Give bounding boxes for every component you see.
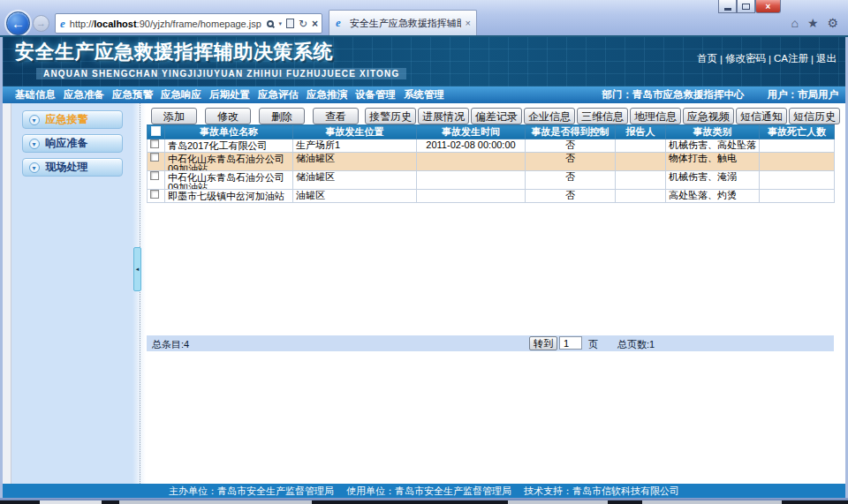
emergency-video-button[interactable]: 应急视频	[683, 108, 734, 124]
menu-item-emergency-drill[interactable]: 应急推演	[307, 88, 347, 102]
total-items-label: 总条目:4	[152, 338, 189, 351]
address-bar[interactable]: e http://localhost:90/yjzh/frame/homepag…	[55, 13, 322, 34]
main-menu-bar: 基础信息 应急准备 应急预警 应急响应 后期处置 应急评估 应急推演 设备管理 …	[3, 87, 845, 103]
table-row[interactable]: 即墨市七级镇中岔河加油站 油罐区 否 高处坠落、灼烫	[148, 190, 835, 203]
menu-item-emergency-prep[interactable]: 应急准备	[64, 88, 104, 102]
chevron-down-icon: ▾	[29, 115, 40, 125]
search-icon[interactable]	[267, 20, 274, 27]
browser-chrome: ← → e http://localhost:90/yjzh/frame/hom…	[0, 0, 848, 35]
taskbar-button[interactable]	[642, 500, 782, 504]
cell-controlled: 否	[526, 190, 616, 203]
favorites-star-icon[interactable]: ★	[807, 16, 819, 30]
refresh-icon[interactable]: ↻	[299, 19, 307, 29]
edit-button[interactable]: 修改	[205, 108, 251, 124]
progress-button[interactable]: 进展情况	[418, 108, 469, 124]
cell-location: 油罐区	[293, 190, 417, 203]
browser-tab[interactable]: e 安全生产应急救援指挥辅助... ×	[329, 10, 477, 35]
table-row[interactable]: 中石化山东青岛石油分公司09加油站 储油罐区 否 机械伤害、淹溺	[148, 171, 835, 190]
minimize-button[interactable]	[718, 0, 737, 13]
enterprise-info-button[interactable]: 企业信息	[524, 108, 575, 124]
menu-item-system-management[interactable]: 系统管理	[404, 88, 444, 102]
table-row[interactable]: 中石化山东青岛石油分公司09加油站 储油罐区 否 物体打击、触电	[148, 153, 835, 171]
tab-title: 安全生产应急救援指挥辅助...	[350, 17, 461, 30]
maximize-button[interactable]	[737, 0, 755, 13]
sidebar-item-scene-handling[interactable]: ▾ 现场处理	[22, 158, 123, 177]
sidebar-item-response-prep[interactable]: ▾ 响应准备	[22, 134, 123, 153]
link-change-password[interactable]: 修改密码	[725, 52, 766, 65]
cell-unit: 即墨市七级镇中岔河加油站	[165, 190, 293, 203]
col-header-deaths: 事故死亡人数	[760, 125, 835, 139]
cell-reporter	[616, 153, 666, 171]
select-all-checkbox[interactable]	[151, 126, 161, 136]
cell-unit: 中石化山东青岛石油分公司09加油站	[165, 153, 293, 171]
url-scheme: http://	[70, 19, 95, 29]
cell-deaths	[760, 171, 835, 190]
page-body: ▾ 应急接警 ▾ 响应准备 ▾ 现场处理 ◄ 添加 修改 删除 查	[3, 103, 845, 484]
row-checkbox[interactable]	[150, 139, 159, 148]
cell-time: 2011-02-08 00:00:00	[417, 139, 526, 153]
alarm-history-button[interactable]: 接警历史	[365, 108, 416, 124]
settings-gear-icon[interactable]: ⚙	[827, 16, 838, 30]
col-header-unit: 事故单位名称	[165, 125, 293, 139]
url-path: :90/yjzh/frame/homepage.jsp	[137, 19, 261, 29]
minimize-icon	[724, 8, 731, 11]
cell-category: 机械伤害、淹溺	[666, 171, 760, 190]
chevron-down-icon: ▾	[29, 139, 40, 149]
goto-page-button[interactable]: 转到	[529, 336, 557, 350]
menu-item-emergency-response[interactable]: 应急响应	[161, 88, 201, 102]
cell-reporter	[616, 190, 666, 203]
taskbar-button[interactable]	[40, 500, 102, 504]
col-header-category: 事故类别	[666, 125, 760, 139]
search-dropdown-icon[interactable]: ▾	[278, 20, 282, 27]
url-host: localhost	[94, 19, 136, 29]
tab-close-icon[interactable]: ×	[466, 18, 471, 28]
stop-icon[interactable]: ×	[312, 19, 318, 29]
menu-item-emergency-warning[interactable]: 应急预警	[112, 88, 153, 102]
link-separator: |	[768, 54, 771, 64]
sidebar-splitter[interactable]: ◄	[132, 103, 146, 484]
menu-item-device-management[interactable]: 设备管理	[355, 88, 396, 102]
forward-button[interactable]: →	[33, 15, 49, 32]
back-icon: ←	[11, 16, 25, 31]
header-links: 首页 | 修改密码 | CA注册 | 退出	[697, 52, 837, 65]
system-title: 安全生产应急救援指挥辅助决策系统	[15, 39, 333, 65]
close-button[interactable]: ×	[755, 0, 781, 13]
taskbar-button[interactable]	[119, 500, 312, 504]
view-button[interactable]: 查看	[313, 108, 359, 124]
compatibility-view-icon[interactable]	[286, 19, 294, 28]
page-number-input[interactable]	[559, 336, 582, 350]
delete-button[interactable]: 删除	[259, 108, 305, 124]
back-button[interactable]: ←	[6, 11, 30, 35]
link-home[interactable]: 首页	[697, 52, 717, 65]
three-d-info-button[interactable]: 三维信息	[577, 108, 628, 124]
collapse-left-icon: ◄	[135, 267, 140, 272]
add-button[interactable]: 添加	[151, 108, 197, 124]
menu-item-emergency-evaluation[interactable]: 应急评估	[258, 88, 299, 102]
sidebar-item-label: 响应准备	[46, 136, 88, 151]
geographic-info-button[interactable]: 地理信息	[630, 108, 681, 124]
menu-item-basic-info[interactable]: 基础信息	[15, 88, 56, 102]
taskbar-button[interactable]	[508, 500, 608, 504]
menu-items: 基础信息 应急准备 应急预警 应急响应 后期处置 应急评估 应急推演 设备管理 …	[3, 88, 444, 102]
row-checkbox[interactable]	[150, 171, 159, 180]
sidebar-item-emergency-alarm[interactable]: ▾ 应急接警	[22, 110, 123, 129]
table-row[interactable]: 青岛2017化工有限公司 生产场所1 2011-02-08 00:00:00 否…	[148, 139, 835, 153]
checkbox-cell	[148, 139, 165, 153]
row-checkbox[interactable]	[150, 153, 159, 162]
home-icon[interactable]: ⌂	[791, 16, 798, 30]
toolbar: 添加 修改 删除 查看 接警历史 进展情况 偏差记录 企业信息 三维信息 地理信…	[151, 108, 840, 124]
splitter-collapse-handle[interactable]: ◄	[133, 247, 141, 291]
cell-unit: 中石化山东青岛石油分公司09加油站	[165, 171, 293, 190]
menu-item-post-disposal[interactable]: 后期处置	[209, 88, 250, 102]
sms-history-button[interactable]: 短信历史	[789, 108, 840, 124]
cell-location: 储油罐区	[293, 171, 417, 190]
url-text[interactable]: http://localhost:90/yjzh/frame/homepage.…	[70, 19, 268, 29]
sms-notify-button[interactable]: 短信通知	[736, 108, 787, 124]
link-ca-register[interactable]: CA注册	[774, 52, 808, 65]
deviation-record-button[interactable]: 偏差记录	[471, 108, 522, 124]
link-logout[interactable]: 退出	[816, 52, 837, 65]
cell-time	[417, 190, 526, 203]
row-checkbox[interactable]	[150, 190, 159, 199]
ie-favicon: e	[60, 17, 65, 31]
sidebar: ▾ 应急接警 ▾ 响应准备 ▾ 现场处理	[11, 103, 132, 484]
